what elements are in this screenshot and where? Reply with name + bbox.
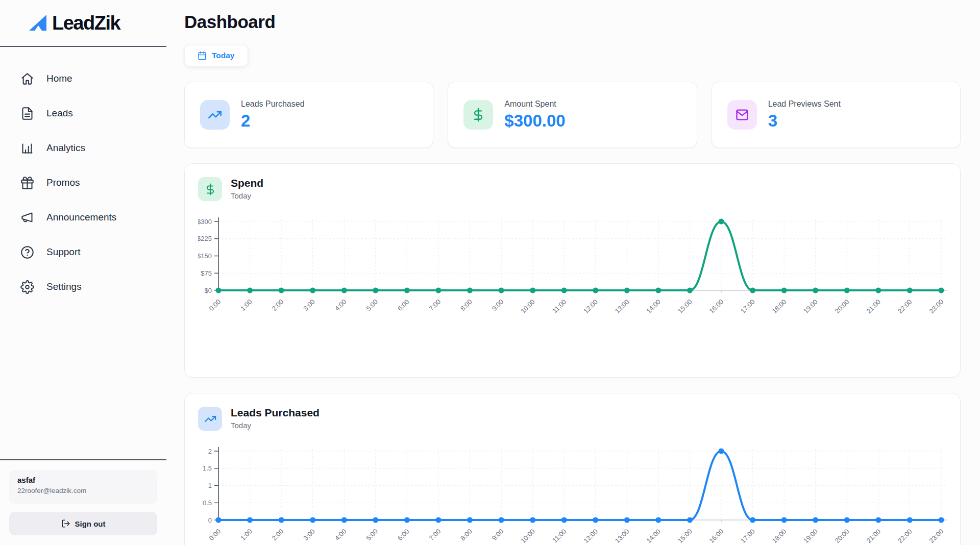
document-icon xyxy=(20,107,34,120)
main-content: Dashboard Today Leads Purchased 2 Amount… xyxy=(166,0,980,545)
svg-text:21:00: 21:00 xyxy=(865,528,882,545)
svg-text:19:00: 19:00 xyxy=(802,298,819,315)
sidebar-item-label: Promos xyxy=(46,177,80,188)
user-name: asfaf xyxy=(17,476,149,484)
page-title: Dashboard xyxy=(184,10,961,34)
svg-text:15:00: 15:00 xyxy=(676,298,694,315)
svg-text:$300: $300 xyxy=(198,218,212,226)
sidebar-item-label: Home xyxy=(46,73,72,84)
svg-text:9:00: 9:00 xyxy=(491,298,505,313)
dollar-icon xyxy=(198,177,222,201)
sidebar-item-home[interactable]: Home xyxy=(20,68,166,89)
svg-text:22:00: 22:00 xyxy=(896,298,914,315)
stat-value: 3 xyxy=(768,111,841,131)
svg-text:1.5: 1.5 xyxy=(203,464,212,472)
sidebar-item-label: Settings xyxy=(46,281,82,292)
svg-text:4:00: 4:00 xyxy=(333,528,348,542)
stats-row: Leads Purchased 2 Amount Spent $300.00 L… xyxy=(184,82,961,148)
brand-name: LeadZik xyxy=(52,12,120,34)
trending-up-icon xyxy=(198,407,222,431)
home-icon xyxy=(20,72,34,86)
sidebar-item-analytics[interactable]: Analytics xyxy=(20,138,166,158)
svg-text:12:00: 12:00 xyxy=(582,298,599,315)
megaphone-icon xyxy=(20,211,34,225)
svg-text:17:00: 17:00 xyxy=(739,528,756,545)
logout-icon xyxy=(61,519,70,528)
sidebar: LeadZik Home Leads Analytics Promos Anno… xyxy=(0,0,166,545)
svg-text:13:00: 13:00 xyxy=(614,298,631,315)
chart-title: Spend xyxy=(231,177,263,189)
svg-text:9:00: 9:00 xyxy=(491,528,505,542)
user-info-card: asfaf 22roofer@leadzik.com xyxy=(9,470,157,504)
svg-text:14:00: 14:00 xyxy=(645,528,662,545)
svg-text:23:00: 23:00 xyxy=(928,528,945,545)
svg-text:1:00: 1:00 xyxy=(239,528,254,542)
svg-text:4:00: 4:00 xyxy=(333,298,348,313)
svg-text:10:00: 10:00 xyxy=(519,528,536,545)
svg-text:13:00: 13:00 xyxy=(614,528,631,545)
svg-text:17:00: 17:00 xyxy=(739,298,756,315)
sidebar-item-leads[interactable]: Leads xyxy=(20,103,166,123)
date-filter-button[interactable]: Today xyxy=(184,45,248,66)
svg-text:23:00: 23:00 xyxy=(928,298,945,315)
svg-text:$0: $0 xyxy=(205,287,212,294)
sidebar-bottom-divider xyxy=(0,459,166,460)
sidebar-item-support[interactable]: Support xyxy=(20,242,166,262)
svg-text:19:00: 19:00 xyxy=(802,528,819,545)
svg-text:11:00: 11:00 xyxy=(551,298,568,315)
svg-text:12:00: 12:00 xyxy=(582,528,599,545)
svg-text:0:00: 0:00 xyxy=(208,528,223,542)
sidebar-item-announcements[interactable]: Announcements xyxy=(20,207,166,228)
stat-card-leads-purchased: Leads Purchased 2 xyxy=(184,82,433,148)
sidebar-item-label: Support xyxy=(46,246,81,258)
svg-text:1:00: 1:00 xyxy=(239,298,254,313)
sidebar-item-label: Leads xyxy=(46,108,73,119)
svg-text:3:00: 3:00 xyxy=(302,528,316,542)
sign-out-label: Sign out xyxy=(75,519,106,528)
gear-icon xyxy=(20,280,34,294)
dollar-icon xyxy=(463,100,493,130)
svg-text:20:00: 20:00 xyxy=(834,528,851,545)
mail-icon xyxy=(727,100,757,130)
svg-text:11:00: 11:00 xyxy=(551,528,568,544)
stat-label: Lead Previews Sent xyxy=(768,100,841,109)
trending-up-icon xyxy=(200,100,230,130)
svg-text:6:00: 6:00 xyxy=(396,528,411,542)
svg-text:18:00: 18:00 xyxy=(771,528,788,545)
leads-purchased-line-chart[interactable]: 0:001:002:003:004:005:006:007:008:009:00… xyxy=(198,437,961,545)
stat-value: $300.00 xyxy=(504,111,565,131)
svg-text:0: 0 xyxy=(208,516,212,524)
leads-purchased-chart-card: Leads Purchased Today 0:001:002:003:004:… xyxy=(184,393,961,545)
svg-text:3:00: 3:00 xyxy=(302,298,316,313)
spend-line-chart[interactable]: 0:001:002:003:004:005:006:007:008:009:00… xyxy=(198,207,961,321)
svg-text:21:00: 21:00 xyxy=(865,298,882,315)
stat-value: 2 xyxy=(241,111,305,131)
svg-text:0:00: 0:00 xyxy=(208,298,223,313)
chart-subtitle: Today xyxy=(231,191,263,200)
svg-text:7:00: 7:00 xyxy=(428,528,443,542)
svg-text:1: 1 xyxy=(208,482,212,489)
svg-text:10:00: 10:00 xyxy=(519,298,536,315)
brand-logo[interactable]: LeadZik xyxy=(0,0,166,35)
svg-text:$75: $75 xyxy=(201,269,212,277)
help-circle-icon xyxy=(20,245,34,259)
svg-text:22:00: 22:00 xyxy=(896,528,914,545)
sidebar-item-settings[interactable]: Settings xyxy=(20,277,166,297)
svg-text:16:00: 16:00 xyxy=(708,298,725,315)
svg-text:18:00: 18:00 xyxy=(771,298,788,315)
svg-text:16:00: 16:00 xyxy=(708,528,725,545)
stat-label: Amount Spent xyxy=(504,100,565,109)
svg-text:5:00: 5:00 xyxy=(364,528,379,542)
gift-icon xyxy=(20,176,34,190)
sidebar-item-promos[interactable]: Promos xyxy=(20,172,166,193)
sign-out-button[interactable]: Sign out xyxy=(9,512,157,535)
svg-text:2: 2 xyxy=(208,448,212,455)
svg-text:14:00: 14:00 xyxy=(645,298,662,315)
sidebar-item-label: Analytics xyxy=(46,142,85,154)
leads-chart-header: Leads Purchased Today xyxy=(198,407,960,431)
svg-text:2:00: 2:00 xyxy=(271,528,285,542)
date-filter-label: Today xyxy=(212,51,235,60)
svg-text:$150: $150 xyxy=(198,252,212,260)
svg-text:15:00: 15:00 xyxy=(676,528,694,545)
svg-text:8:00: 8:00 xyxy=(459,528,474,542)
